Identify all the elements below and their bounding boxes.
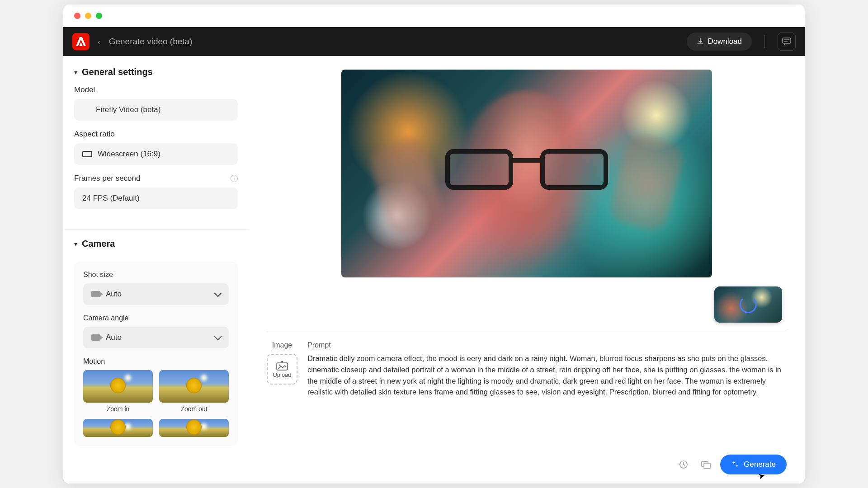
model-select[interactable]: Firefly Video (beta) (74, 99, 238, 121)
motion-label: Motion (83, 357, 229, 366)
fps-label: Frames per second i (74, 174, 238, 183)
camera-section: ▾ Camera (63, 239, 249, 262)
maximize-window-icon[interactable] (96, 13, 102, 19)
download-button[interactable]: Download (687, 33, 752, 51)
prompt-column-label: Prompt (307, 341, 787, 349)
shot-size-label: Shot size (83, 271, 229, 279)
svg-rect-7 (704, 463, 710, 469)
minimize-window-icon[interactable] (85, 13, 91, 19)
motion-grid: Zoom in Zoom out (83, 370, 229, 437)
general-settings-toggle[interactable]: ▾ General settings (74, 67, 238, 77)
sunflower-thumb-icon (83, 370, 153, 403)
camera-panel: Shot size Auto Camera angle Auto Motion … (74, 262, 238, 446)
prompt-area: Image Upload Prompt Dramatic dolly zoom … (267, 332, 787, 398)
sparkle-icon (731, 460, 739, 469)
page-title: Generate video (beta) (109, 37, 193, 47)
motion-zoom-in[interactable]: Zoom in (83, 370, 153, 413)
aspect-ratio-select[interactable]: Widescreen (16:9) (74, 143, 238, 165)
motion-zoom-out[interactable]: Zoom out (159, 370, 229, 413)
motion-item-4[interactable] (159, 419, 229, 437)
generation-thumbnail[interactable] (714, 286, 782, 323)
sunflower-thumb-icon (159, 370, 229, 403)
image-column-label: Image (272, 341, 292, 349)
generation-queue (714, 286, 782, 323)
download-icon (697, 38, 704, 45)
svg-rect-0 (783, 38, 791, 43)
upload-image-icon (276, 361, 288, 371)
chat-icon (782, 38, 791, 46)
gallery-button[interactable] (698, 456, 714, 473)
toolbar-divider (764, 35, 765, 48)
camera-angle-select[interactable]: Auto (83, 327, 229, 348)
aspect-ratio-label: Aspect ratio (74, 130, 238, 139)
fps-select[interactable]: 24 FPS (Default) (74, 188, 238, 209)
info-icon[interactable]: i (231, 175, 238, 182)
app-window: ‹ Generate video (beta) Download ▾ Gener… (63, 5, 805, 483)
generate-button[interactable]: Generate (720, 455, 787, 474)
chevron-down-icon: ▾ (74, 69, 77, 76)
adobe-logo-icon[interactable] (72, 33, 90, 50)
action-row: Generate (675, 455, 787, 474)
back-chevron-icon[interactable]: ‹ (98, 37, 101, 47)
video-preview[interactable] (341, 70, 712, 277)
history-icon (678, 460, 688, 469)
settings-sidebar: ▾ General settings Model Firefly Video (… (63, 56, 249, 483)
sunflower-thumb-icon (159, 419, 229, 437)
model-label: Model (74, 85, 238, 94)
camera-angle-label: Camera angle (83, 314, 229, 322)
sunflower-thumb-icon (83, 419, 153, 437)
window-traffic-lights (63, 5, 805, 27)
feedback-button[interactable] (778, 33, 796, 51)
chevron-down-icon: ▾ (74, 240, 77, 248)
shot-size-select[interactable]: Auto (83, 283, 229, 305)
camera-section-toggle[interactable]: ▾ Camera (74, 239, 238, 249)
camera-icon (91, 291, 100, 297)
top-toolbar: ‹ Generate video (beta) Download (63, 27, 805, 56)
close-window-icon[interactable] (74, 13, 80, 19)
general-settings-section: ▾ General settings Model Firefly Video (… (63, 67, 249, 230)
image-upload-button[interactable]: Upload (267, 354, 297, 385)
main-canvas: Image Upload Prompt Dramatic dolly zoom … (249, 56, 805, 483)
camera-icon (91, 334, 100, 341)
prompt-text-input[interactable]: Dramatic dolly zoom camera effect, the m… (307, 353, 787, 398)
history-button[interactable] (675, 456, 691, 473)
svg-point-4 (279, 364, 281, 366)
gallery-icon (701, 460, 711, 469)
widescreen-icon (82, 151, 92, 157)
motion-item-3[interactable] (83, 419, 153, 437)
